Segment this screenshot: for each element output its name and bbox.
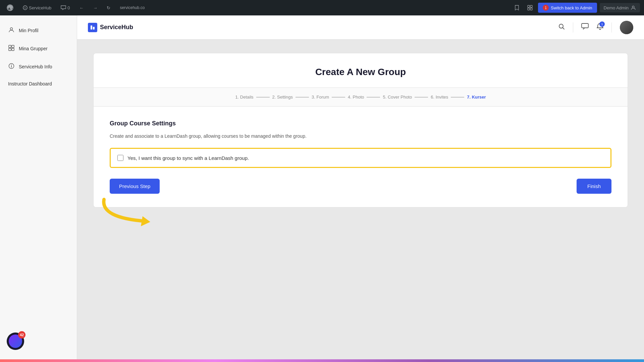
svg-rect-3 — [528, 5, 530, 7]
step-photo[interactable]: 4. Photo — [348, 95, 364, 100]
header-divider-2 — [611, 22, 612, 33]
switch-admin-badge: 1 — [543, 5, 549, 11]
step-forum[interactable]: 3. Forum — [312, 95, 329, 100]
notification-badge: 1 — [599, 21, 605, 27]
info-icon — [8, 63, 15, 70]
steps-bar: 1. Details 2. Settings 3. Forum 4. Photo — [94, 88, 628, 107]
admin-bar-left: S ServiceHub 0 ← → ↻ servicehub.co — [4, 0, 508, 15]
groups-icon — [8, 45, 15, 52]
switch-admin-button[interactable]: 1 Switch back to Admin — [538, 3, 597, 13]
site-header: ServiceHub 1 — [77, 15, 644, 40]
create-group-card: Create A New Group 1. Details 2. Setting… — [93, 53, 628, 207]
admin-bar-right: 1 Switch back to Admin Demo Admin — [512, 0, 640, 15]
admin-bar-forward[interactable]: → — [90, 0, 100, 15]
messages-icon[interactable] — [581, 23, 589, 32]
step-settings[interactable]: 2. Settings — [272, 95, 293, 100]
demo-admin-button[interactable]: Demo Admin — [600, 3, 640, 12]
header-divider — [573, 22, 573, 33]
learndash-sync-row: Yes, I want this group to sync with a Le… — [110, 148, 611, 168]
bottom-gradient-bar — [0, 359, 644, 362]
svg-point-8 — [10, 28, 13, 30]
checkbox-label[interactable]: Yes, I want this group to sync with a Le… — [127, 155, 249, 161]
svg-rect-6 — [530, 8, 532, 10]
step-invites[interactable]: 6. Invites — [431, 95, 448, 100]
svg-rect-18 — [582, 23, 588, 28]
step-line-3 — [332, 97, 345, 98]
svg-rect-11 — [9, 48, 11, 51]
sidebar-item-mina-grupper[interactable]: Mina Grupper — [0, 40, 77, 57]
admin-bar-comments[interactable]: 0 — [58, 0, 72, 15]
admin-bar: S ServiceHub 0 ← → ↻ servicehub.co 1 Swi… — [0, 0, 644, 15]
admin-bar-back[interactable]: ← — [76, 0, 86, 15]
step-line-5 — [415, 97, 428, 98]
svg-rect-5 — [528, 8, 530, 10]
logo-icon — [88, 23, 97, 32]
step-line-4 — [367, 97, 380, 98]
section-description: Create and associate to a LearnDash grou… — [110, 132, 611, 140]
card-body: Group Course Settings Create and associa… — [94, 107, 628, 207]
svg-rect-15 — [91, 25, 92, 29]
site-logo: ServiceHub — [88, 23, 133, 32]
avatar-badge: 42 — [18, 331, 25, 339]
sidebar-item-instructor-dashboard[interactable]: Instructor Dashboard — [0, 76, 77, 91]
previous-step-button[interactable]: Previous Step — [110, 179, 160, 194]
admin-bar-refresh[interactable]: ↻ — [104, 0, 113, 15]
admin-bar-bookmark[interactable] — [512, 0, 522, 15]
svg-rect-9 — [9, 45, 11, 48]
card-title: Create A New Group — [110, 67, 611, 77]
svg-point-7 — [632, 6, 634, 8]
card-title-section: Create A New Group — [94, 53, 628, 88]
person-icon — [8, 27, 15, 34]
svg-rect-4 — [530, 5, 532, 7]
finish-button[interactable]: Finish — [577, 179, 611, 194]
sidebar-avatar[interactable]: 42 — [7, 333, 24, 350]
yellow-arrow-annotation — [93, 130, 104, 167]
main-content: ServiceHub 1 — [77, 15, 644, 362]
svg-text:S: S — [24, 6, 26, 9]
wp-logo[interactable] — [4, 0, 16, 15]
step-details[interactable]: 1. Details — [235, 95, 253, 100]
step-line-2 — [296, 97, 309, 98]
sidebar: Min Profil Mina Grupper ServiceHub Info … — [0, 15, 77, 362]
step-line-1 — [256, 97, 270, 98]
svg-rect-12 — [12, 48, 14, 51]
sidebar-bottom: 42 — [0, 327, 77, 355]
step-line-6 — [451, 97, 464, 98]
svg-point-14 — [11, 65, 12, 65]
svg-rect-16 — [93, 27, 95, 29]
sidebar-item-min-profil[interactable]: Min Profil — [0, 22, 77, 39]
search-icon[interactable] — [558, 23, 565, 32]
section-title: Group Course Settings — [110, 120, 611, 127]
learndash-sync-checkbox[interactable] — [117, 155, 123, 161]
step-kurser[interactable]: 7. Kurser — [467, 95, 486, 100]
main-layout: Min Profil Mina Grupper ServiceHub Info … — [0, 15, 644, 362]
step-cover-photo[interactable]: 5. Cover Photo — [383, 95, 412, 100]
admin-bar-servicehub[interactable]: S ServiceHub — [20, 0, 54, 15]
header-avatar[interactable] — [620, 21, 633, 34]
admin-bar-puzzle[interactable] — [525, 0, 535, 15]
svg-rect-10 — [12, 45, 14, 48]
buttons-row: Previous Step Finish — [110, 179, 611, 194]
notifications-icon[interactable]: 1 — [597, 23, 603, 32]
content-area: Create A New Group 1. Details 2. Setting… — [77, 40, 644, 221]
admin-bar-url: servicehub.co — [117, 0, 147, 15]
sidebar-item-servicehub-info[interactable]: ServiceHub Info — [0, 58, 77, 75]
header-right: 1 — [558, 21, 633, 34]
